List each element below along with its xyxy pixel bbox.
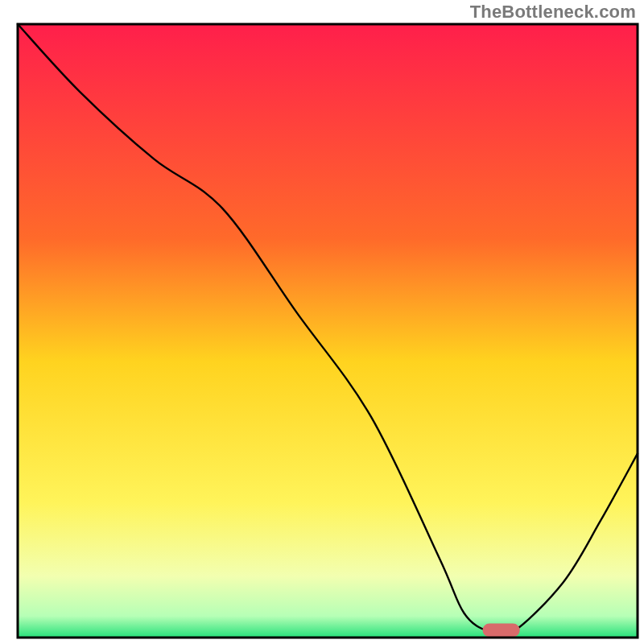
plot-area	[18, 24, 638, 638]
optimal-marker	[483, 623, 520, 637]
plot-background	[18, 24, 638, 638]
chart-frame: TheBottleneck.com	[0, 0, 644, 644]
chart-svg	[0, 0, 644, 644]
